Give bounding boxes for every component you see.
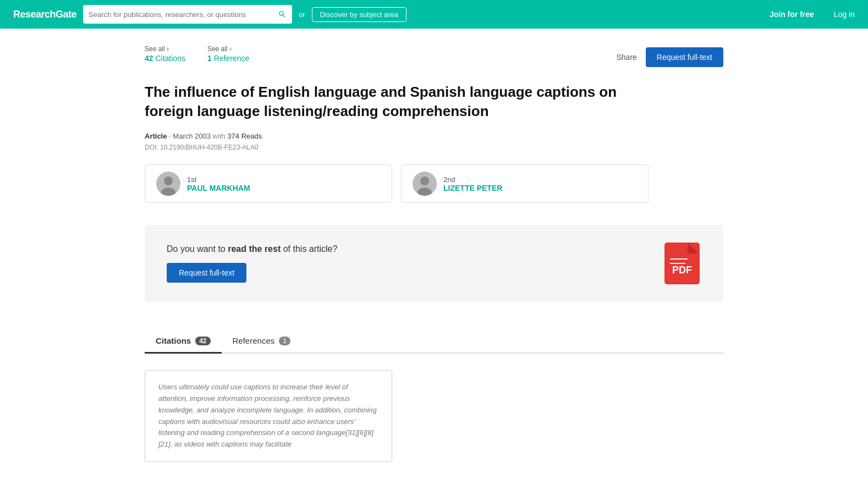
svg-point-4 bbox=[420, 177, 429, 185]
main-content: See all › 42 Citations See all › 1 Refer… bbox=[131, 29, 737, 462]
search-input[interactable] bbox=[89, 10, 274, 19]
article-type: Article bbox=[145, 132, 167, 140]
authors-row: 1st PAUL MARKHAM 2nd LIZETTE PETER bbox=[145, 164, 723, 203]
see-all-references-link[interactable]: See all › bbox=[207, 45, 249, 53]
tab-references[interactable]: References 1 bbox=[222, 329, 301, 354]
top-actions: Share Request full-text bbox=[616, 47, 723, 67]
login-button[interactable]: Log in bbox=[834, 10, 855, 19]
article-date: March 2003 bbox=[173, 132, 211, 140]
request-fulltext-top-button[interactable]: Request full-text bbox=[646, 47, 723, 67]
search-bar bbox=[83, 5, 292, 24]
article-reads-count: 374 bbox=[227, 132, 239, 140]
svg-text:PDF: PDF bbox=[672, 265, 692, 276]
article-reads-label: Reads bbox=[241, 132, 262, 140]
fulltext-prompt-bold: read the rest bbox=[228, 244, 281, 254]
see-all-citations-link[interactable]: See all › bbox=[145, 45, 185, 53]
article-meta: Article · March 2003 with 374 Reads bbox=[145, 132, 723, 140]
citation-preview-text: Users ultimately could use captions to i… bbox=[158, 382, 378, 450]
svg-point-1 bbox=[164, 177, 173, 185]
request-fulltext-button[interactable]: Request full-text bbox=[167, 263, 246, 283]
author-card-1[interactable]: 1st PAUL MARKHAM bbox=[145, 164, 392, 203]
share-button[interactable]: Share bbox=[616, 53, 636, 62]
fulltext-prompt: Do you want to read the rest of this art… bbox=[167, 244, 337, 254]
author-ordinal-1: 1st bbox=[187, 175, 250, 184]
or-text: or bbox=[299, 10, 305, 19]
article-doi: DOI: 10.2190/BHUH-420B-FE23-ALA0 bbox=[145, 144, 723, 151]
tab-references-label: References bbox=[233, 336, 275, 345]
author-ordinal-2: 2nd bbox=[443, 175, 502, 184]
citations-count-link[interactable]: 42 Citations bbox=[145, 54, 185, 63]
citation-preview: Users ultimately could use captions to i… bbox=[145, 370, 392, 462]
tab-references-badge: 1 bbox=[279, 337, 290, 345]
tab-citations-label: Citations bbox=[156, 336, 191, 345]
author-name-1[interactable]: PAUL MARKHAM bbox=[187, 184, 250, 192]
author-avatar-2 bbox=[413, 172, 437, 196]
author-card-2[interactable]: 2nd LIZETTE PETER bbox=[401, 164, 649, 203]
discover-button[interactable]: Discover by subject area bbox=[312, 7, 406, 22]
reference-count-link[interactable]: 1 Reference bbox=[207, 54, 249, 63]
tab-citations-badge: 42 bbox=[195, 337, 210, 345]
author-avatar-1 bbox=[156, 172, 180, 196]
site-logo: ResearchGate bbox=[13, 9, 76, 20]
fulltext-box: Do you want to read the rest of this art… bbox=[145, 225, 723, 302]
breadcrumb-references: See all › 1 Reference bbox=[207, 45, 249, 63]
tab-citations[interactable]: Citations 42 bbox=[145, 329, 222, 354]
breadcrumb-row: See all › 42 Citations See all › 1 Refer… bbox=[145, 45, 249, 63]
search-icon bbox=[278, 10, 287, 19]
author-name-2[interactable]: LIZETTE PETER bbox=[443, 184, 502, 192]
pdf-icon: PDF bbox=[663, 241, 701, 285]
breadcrumb-citations: See all › 42 Citations bbox=[145, 45, 185, 63]
tabs-container: Citations 42 References 1 bbox=[145, 329, 723, 354]
navbar: ResearchGate or Discover by subject area… bbox=[0, 0, 868, 29]
article-title: The influence of English language and Sp… bbox=[145, 82, 640, 121]
join-button[interactable]: Join for free bbox=[770, 10, 814, 19]
